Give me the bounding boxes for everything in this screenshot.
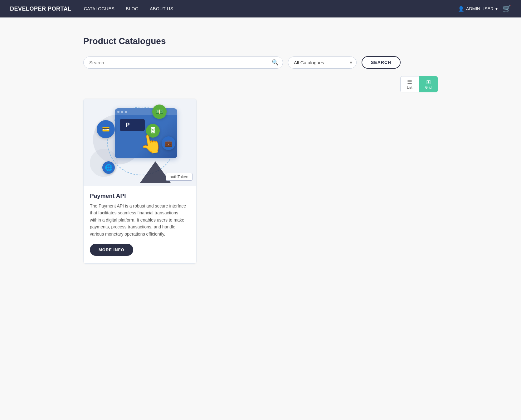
admin-user-menu[interactable]: 👤 ADMIN USER ▾ — [458, 6, 498, 12]
bag-float-icon: 💼 — [162, 136, 175, 150]
nav-item-catalogues[interactable]: CATALOGUES — [84, 6, 115, 11]
nav-links: CATALOGUES BLOG ABOUT US — [84, 6, 446, 11]
grid-view-button[interactable]: ⊞ Grid — [419, 76, 438, 92]
cart-icon[interactable]: 🛒 — [503, 5, 511, 13]
view-toggle: ☰ List ⊞ Grid — [83, 76, 438, 92]
catalogue-select-wrap: All CataloguesPayment APIsData APIsAuth … — [288, 56, 357, 69]
card-body: Payment API The Payment API is a robust … — [84, 186, 196, 263]
nav-item-about[interactable]: ABOUT US — [150, 6, 173, 11]
list-label: List — [407, 85, 412, 89]
card-title: Payment API — [90, 193, 190, 199]
more-info-button[interactable]: MORE INFO — [90, 244, 133, 256]
search-bar: 🔍 All CataloguesPayment APIsData APIsAut… — [83, 56, 438, 69]
main-content: Product Catalogues 🔍 All CataloguesPayme… — [73, 17, 448, 276]
catalogue-select[interactable]: All CataloguesPayment APIsData APIsAuth … — [288, 56, 357, 69]
card-badge: authToken — [166, 173, 192, 181]
page-title: Product Catalogues — [83, 36, 438, 46]
user-icon: 👤 — [458, 6, 464, 12]
dropdown-arrow: ▾ — [495, 6, 498, 11]
dot-3 — [125, 111, 127, 113]
hand-pointer-icon: 👆 — [138, 131, 164, 156]
card-float-icon: 💳 — [97, 120, 115, 138]
cards-grid: P 💳 💵 🗄 💼 🌐 👆 authToken — [83, 99, 438, 264]
payment-illustration: P 💳 💵 🗄 💼 🌐 👆 — [90, 102, 190, 183]
grid-icon: ⊞ — [426, 79, 431, 85]
nav-item-blog[interactable]: BLOG — [126, 6, 139, 11]
list-view-button[interactable]: ☰ List — [400, 76, 419, 92]
product-card-payment-api: P 💳 💵 🗄 💼 🌐 👆 authToken — [83, 99, 197, 264]
navbar-right: 👤 ADMIN USER ▾ 🛒 — [458, 5, 511, 13]
list-icon: ☰ — [407, 79, 412, 85]
search-icon: 🔍 — [272, 59, 279, 66]
search-button[interactable]: SEARCH — [362, 56, 401, 69]
admin-user-label: ADMIN USER — [466, 6, 494, 11]
money-float-icon: 💵 — [152, 105, 167, 119]
pay-button-visual: P — [120, 119, 145, 131]
search-input-wrap: 🔍 — [83, 56, 283, 69]
grid-label: Grid — [425, 85, 432, 89]
navbar: DEVELOPER PORTAL CATALOGUES BLOG ABOUT U… — [0, 0, 521, 17]
tablet-top-bar — [115, 108, 177, 115]
dot-2 — [121, 111, 123, 113]
brand-logo[interactable]: DEVELOPER PORTAL — [10, 6, 71, 12]
dot-1 — [117, 111, 119, 113]
card-description: The Payment API is a robust and secure i… — [90, 203, 190, 237]
search-input[interactable] — [83, 56, 283, 69]
card-image-area: P 💳 💵 🗄 💼 🌐 👆 authToken — [84, 99, 196, 186]
